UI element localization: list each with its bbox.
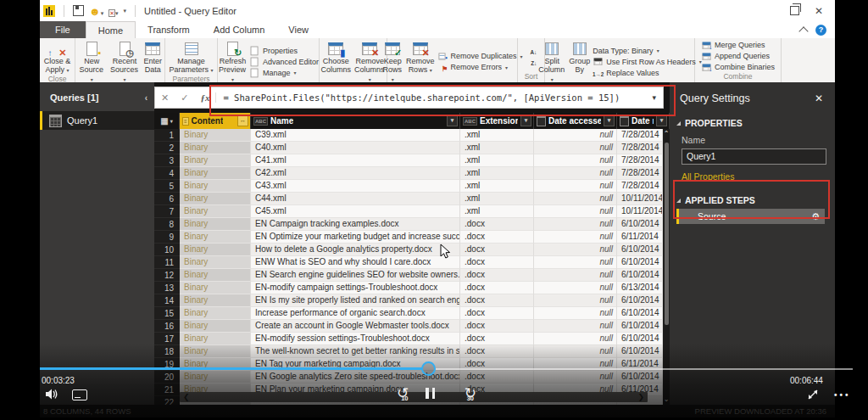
cell-modified[interactable]: 7/28/2014 <box>617 129 663 142</box>
cell-accessed[interactable]: null <box>534 218 617 231</box>
refresh-preview-button[interactable]: ↻RefreshPreview ▾ <box>218 40 248 83</box>
cell-accessed[interactable]: null <box>534 129 617 142</box>
pause-button[interactable] <box>426 388 435 399</box>
cell-accessed[interactable]: null <box>534 307 617 320</box>
applied-steps-section-header[interactable]: APPLIED STEPS <box>676 195 826 205</box>
commit-formula-icon[interactable]: ✓ <box>175 92 194 104</box>
customize-toolbar-icon[interactable]: ▾ <box>124 8 127 14</box>
use-first-row-as-headers-button[interactable]: Use First Row As Headers▾ <box>593 57 702 67</box>
feedback-smile-button[interactable]: ☻▾ <box>89 3 103 19</box>
table-row[interactable]: 9BinaryEN Optimize your marketing budget… <box>154 231 663 244</box>
expand-formula-icon[interactable]: ▾ <box>645 93 663 102</box>
cell-content[interactable]: Binary <box>180 320 251 333</box>
cell-accessed[interactable]: null <box>534 294 617 307</box>
table-row[interactable]: 3BinaryC41.xml.xmlnull7/28/2014 <box>154 154 663 167</box>
table-row[interactable]: 13BinaryEN-modify campaign settings-Trou… <box>154 282 663 294</box>
cell-modified[interactable]: 6/10/2014 <box>617 294 663 307</box>
cell-name[interactable]: The well-known secret to get better rank… <box>251 345 460 358</box>
formula-input[interactable]: = SharePoint.Files("https://intelqube.sh… <box>216 92 645 103</box>
query-item-query1[interactable]: Query1 <box>40 111 154 130</box>
cancel-formula-icon[interactable]: ✕ <box>155 92 175 104</box>
cell-name[interactable]: EN Search engine guidelines SEO for webs… <box>251 269 460 282</box>
cell-content[interactable]: Binary <box>180 294 251 307</box>
cell-ext[interactable]: .xml <box>460 167 534 180</box>
cell-ext[interactable]: .docx <box>460 307 534 320</box>
volume-button[interactable] <box>45 388 60 404</box>
cell-content[interactable]: Binary <box>180 345 251 358</box>
cell-modified[interactable]: 6/10/2014 <box>617 333 663 345</box>
cell-accessed[interactable]: null <box>534 193 617 205</box>
cell-accessed[interactable]: null <box>534 205 617 218</box>
scroll-left-icon[interactable]: ❮ <box>180 393 193 401</box>
table-row[interactable]: 7BinaryC45.xml.xmlnull10/11/2014 <box>154 205 663 218</box>
combine-binaries-button[interactable]: ↓Combine Binaries <box>701 62 775 72</box>
new-source-button[interactable]: ▪NewSource ▾ <box>77 40 107 83</box>
collapse-queries-panel-icon[interactable]: ‹ <box>145 93 147 103</box>
cell-content[interactable]: Binary <box>180 193 251 205</box>
group-by-button[interactable]: GroupBy <box>568 40 591 83</box>
progress-bar-remaining[interactable] <box>436 368 853 370</box>
cell-content[interactable]: Binary <box>180 269 251 282</box>
skip-forward-button[interactable]: ↻ 30 <box>465 386 476 400</box>
close-settings-icon[interactable]: ✕ <box>815 92 826 104</box>
cell-accessed[interactable]: null <box>534 320 617 333</box>
cell-ext[interactable]: .docx <box>460 320 534 333</box>
cell-modified[interactable]: 7/28/2014 <box>617 167 663 180</box>
feedback-frown-button[interactable]: ✕▾ <box>108 3 118 19</box>
cell-modified[interactable]: 7/28/2014 <box>617 142 663 154</box>
scroll-down-icon[interactable]: ⌄ <box>663 395 670 405</box>
advanced-editor-button[interactable]: Advanced Editor <box>249 57 319 67</box>
cell-modified[interactable]: 7/28/2014 <box>617 180 663 193</box>
cell-modified[interactable]: 7/28/2014 <box>617 154 663 167</box>
filter-icon[interactable]: ▾ <box>656 115 667 126</box>
cell-content[interactable]: Binary <box>180 180 251 193</box>
cell-ext[interactable]: .docx <box>460 244 534 256</box>
cell-name[interactable]: C40.xml <box>251 142 460 154</box>
table-row[interactable]: 11BinaryENW What is SEO and why should I… <box>154 256 663 269</box>
cell-content[interactable]: Binary <box>180 218 251 231</box>
table-row[interactable]: 16BinaryCreate an account in Google Webm… <box>154 320 663 333</box>
vertical-scrollbar-thumb[interactable] <box>665 143 669 325</box>
remove-rows-button[interactable]: ✕RemoveRows ▾ <box>405 40 436 83</box>
filter-icon[interactable]: ▾ <box>520 115 531 126</box>
cell-ext[interactable]: .docx <box>460 269 534 282</box>
table-row[interactable]: 4BinaryC42.xml.xmlnull7/28/2014 <box>154 167 663 180</box>
cell-name[interactable]: C44.xml <box>251 193 460 205</box>
cell-content[interactable]: Binary <box>180 256 251 269</box>
column-header-date-mod[interactable]: Date mod▾ <box>617 113 670 129</box>
all-properties-link[interactable]: All Properties <box>682 171 734 182</box>
split-column-button[interactable]: SplitColumn ▾ <box>537 40 566 83</box>
keep-rows-button[interactable]: ✓KeepRows ▾ <box>381 40 403 83</box>
filter-icon[interactable]: ▾ <box>604 115 615 126</box>
properties-section-header[interactable]: PROPERTIES <box>676 118 826 128</box>
scroll-right-icon[interactable]: ❯ <box>634 393 648 401</box>
cell-modified[interactable]: 10/11/2014 <box>617 193 663 205</box>
tab-view[interactable]: View <box>276 21 320 38</box>
column-header-name[interactable]: ABCName▾ <box>251 113 460 129</box>
captions-button[interactable] <box>72 389 87 400</box>
data-type-binary-button[interactable]: Data Type: Binary▾ <box>593 46 702 56</box>
cell-content[interactable]: Binary <box>180 129 251 142</box>
cell-name[interactable]: C39.xml <box>251 129 460 142</box>
cell-content[interactable]: Binary <box>180 142 251 154</box>
help-icon[interactable]: ? <box>815 25 826 36</box>
manage-parameters-button[interactable]: ManageParameters ▾ <box>168 40 214 75</box>
cell-accessed[interactable]: null <box>534 256 617 269</box>
vertical-scrollbar[interactable]: ⌃ ⌄ <box>663 129 670 405</box>
cell-ext[interactable]: .docx <box>460 282 534 294</box>
cell-ext[interactable]: .docx <box>460 333 534 345</box>
cell-accessed[interactable]: null <box>534 180 617 193</box>
cell-content[interactable]: Binary <box>180 371 251 384</box>
cell-content[interactable]: Binary <box>180 244 251 256</box>
properties-button[interactable]: Properties <box>249 46 319 56</box>
cell-name[interactable]: EN Optimize your marketing budget and in… <box>251 231 460 244</box>
cell-name[interactable]: C42.xml <box>251 167 460 180</box>
column-header-date-accessed[interactable]: Date accessed▾ <box>534 113 617 129</box>
progress-scrubber[interactable] <box>421 361 436 376</box>
save-icon[interactable] <box>73 5 84 16</box>
recent-sources-button[interactable]: ◷RecentSources ▾ <box>108 40 142 83</box>
cell-name[interactable]: C43.xml <box>251 180 460 193</box>
progress-bar-played[interactable] <box>40 367 422 370</box>
table-row[interactable]: 18BinaryThe well-known secret to get bet… <box>154 345 663 358</box>
cell-content[interactable]: Binary <box>180 231 251 244</box>
